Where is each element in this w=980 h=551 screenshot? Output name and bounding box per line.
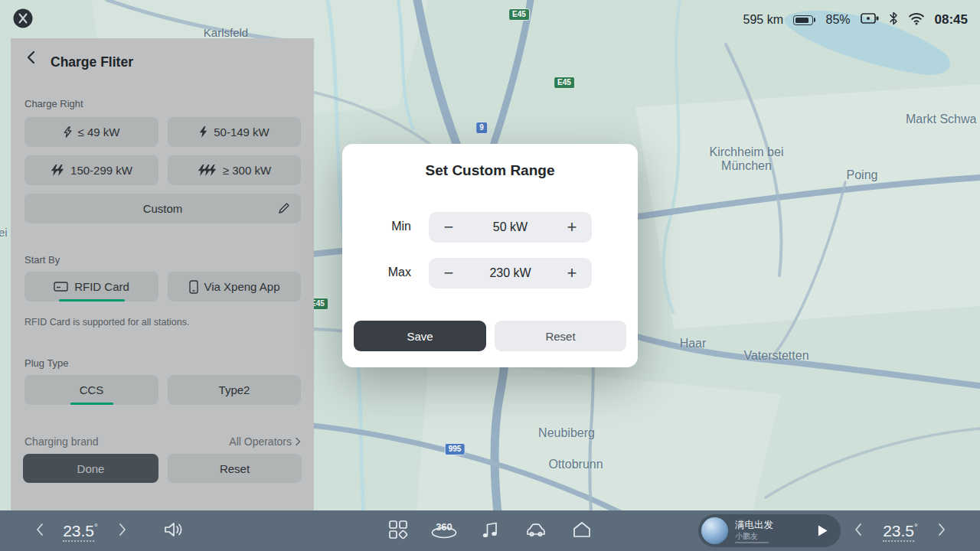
power-filter-50-149[interactable]: 50-149 kW xyxy=(168,117,301,147)
car-icon xyxy=(524,520,547,539)
back-button[interactable] xyxy=(24,51,44,70)
power-filter-150-299[interactable]: 150-299 kW xyxy=(24,155,158,185)
panel-title: Charge Fliter xyxy=(51,54,133,70)
double-bolt-icon xyxy=(51,165,64,176)
charge-filter-panel: Charge Fliter Charge Right ≤ 49 kW 50-14… xyxy=(11,38,314,510)
road-shield-995: 995 xyxy=(445,443,466,455)
max-decrease-button[interactable]: − xyxy=(439,265,458,282)
driver-temperature[interactable]: 23.5° xyxy=(63,522,98,540)
passenger-temperature-value: 23.5 xyxy=(883,522,914,542)
chevron-right-icon xyxy=(295,437,301,446)
modal-title: Set Custom Range xyxy=(342,162,638,179)
charge-right-label: Charge Right xyxy=(24,98,83,109)
bottom-dock: 23.5° 360 xyxy=(0,510,980,551)
passenger-temperature[interactable]: 23.5° xyxy=(883,522,918,540)
temp-right-decrease-button[interactable] xyxy=(854,523,862,540)
plug-type-type2-label: Type2 xyxy=(219,383,250,396)
driver-temperature-value: 23.5 xyxy=(63,522,94,542)
vehicle-button[interactable] xyxy=(524,520,547,542)
operators-value: All Operators xyxy=(229,435,292,448)
home-button[interactable] xyxy=(572,520,592,542)
media-progress-track xyxy=(735,542,769,543)
temp-left-decrease-button[interactable] xyxy=(36,523,44,540)
chevron-right-icon xyxy=(938,523,946,536)
start-by-app-button[interactable]: Via Xpeng App xyxy=(168,272,301,302)
temp-right-increase-button[interactable] xyxy=(938,523,946,540)
svg-text:360: 360 xyxy=(436,521,452,533)
plug-type-ccs-button[interactable]: CCS xyxy=(24,375,158,405)
media-widget[interactable]: 满电出发 小鹏友 xyxy=(698,514,841,547)
power-filter-label: ≥ 300 kW xyxy=(223,164,271,177)
power-filter-ge300[interactable]: ≥ 300 kW xyxy=(168,155,301,185)
triple-bolt-icon xyxy=(198,165,217,176)
start-by-label-app: Via Xpeng App xyxy=(204,280,280,293)
home-icon xyxy=(572,520,592,539)
play-icon xyxy=(817,524,828,537)
plug-type-label: Plug Type xyxy=(24,357,69,369)
min-decrease-button[interactable]: − xyxy=(439,219,458,236)
start-by-label-rfid: RFID Card xyxy=(74,280,129,293)
power-filter-label: ≤ 49 kW xyxy=(78,126,120,139)
surround-view-360-button[interactable]: 360 xyxy=(430,519,459,543)
battery-percent: 85% xyxy=(825,13,850,27)
panel-reset-button[interactable]: Reset xyxy=(168,454,302,483)
bolt-icon xyxy=(199,126,207,138)
operators-selector[interactable]: All Operators xyxy=(229,435,301,448)
min-value: 50 kW xyxy=(493,220,528,234)
road-shield-e45: E45 xyxy=(554,77,575,89)
screen: Karlsfeld ei Markt Schwa Kirchheim bei M… xyxy=(0,0,980,551)
done-button[interactable]: Done xyxy=(23,454,158,483)
custom-range-modal: Set Custom Range Min − 50 kW + Max − 230… xyxy=(342,144,638,367)
wifi-icon xyxy=(908,12,925,28)
music-button[interactable] xyxy=(481,520,499,543)
app-launcher-button[interactable] xyxy=(388,520,408,543)
play-button[interactable] xyxy=(817,524,828,540)
road-shield-a9: 9 xyxy=(475,122,488,134)
degree-symbol: ° xyxy=(94,522,98,533)
min-increase-button[interactable]: + xyxy=(563,219,581,236)
custom-range-button[interactable]: Custom xyxy=(24,194,301,223)
phone-icon xyxy=(189,280,198,294)
degree-symbol: ° xyxy=(914,522,918,533)
max-increase-button[interactable]: + xyxy=(563,265,581,282)
charging-brand-label: Charging brand xyxy=(24,435,99,448)
min-stepper: − 50 kW + xyxy=(429,212,592,243)
bolt-icon xyxy=(64,126,72,138)
media-artist: 小鹏友 xyxy=(735,531,758,542)
min-label: Min xyxy=(365,220,411,233)
max-stepper: − 230 kW + xyxy=(429,258,592,289)
rfid-active-underline xyxy=(59,299,125,302)
power-filter-le49[interactable]: ≤ 49 kW xyxy=(24,117,158,147)
album-art xyxy=(701,517,728,544)
plug-type-type2-button[interactable]: Type2 xyxy=(168,375,301,405)
start-by-label: Start By xyxy=(24,254,60,266)
max-value: 230 kW xyxy=(489,266,531,280)
chevron-left-icon xyxy=(36,523,44,536)
360-view-icon: 360 xyxy=(430,519,459,540)
music-note-icon xyxy=(481,520,499,540)
volume-button[interactable] xyxy=(164,521,184,541)
bluetooth-icon xyxy=(889,11,898,28)
charging-status-icon xyxy=(861,12,879,28)
save-button[interactable]: Save xyxy=(354,321,486,351)
start-by-rfid-button[interactable]: RFID Card xyxy=(24,272,158,302)
speaker-icon xyxy=(164,521,184,538)
power-filter-label: 50-149 kW xyxy=(214,126,270,139)
plug-type-ccs-label: CCS xyxy=(80,383,104,396)
rfid-card-icon xyxy=(54,281,68,292)
range-remaining: 595 km xyxy=(743,13,783,27)
media-title: 满电出发 xyxy=(735,519,773,532)
status-bar: 595 km 85% xyxy=(0,0,980,40)
app-grid-icon xyxy=(388,520,408,540)
chevron-left-icon xyxy=(854,523,862,536)
battery-icon xyxy=(793,15,813,25)
clock-time: 08:45 xyxy=(935,12,968,28)
max-label: Max xyxy=(365,266,411,279)
brand-logo-icon xyxy=(12,8,34,32)
modal-reset-button[interactable]: Reset xyxy=(495,321,626,351)
chevron-right-icon xyxy=(119,523,126,536)
temp-left-increase-button[interactable] xyxy=(119,523,126,540)
power-filter-label: 150-299 kW xyxy=(70,164,132,177)
ccs-active-underline xyxy=(70,403,113,405)
custom-label: Custom xyxy=(143,202,183,215)
